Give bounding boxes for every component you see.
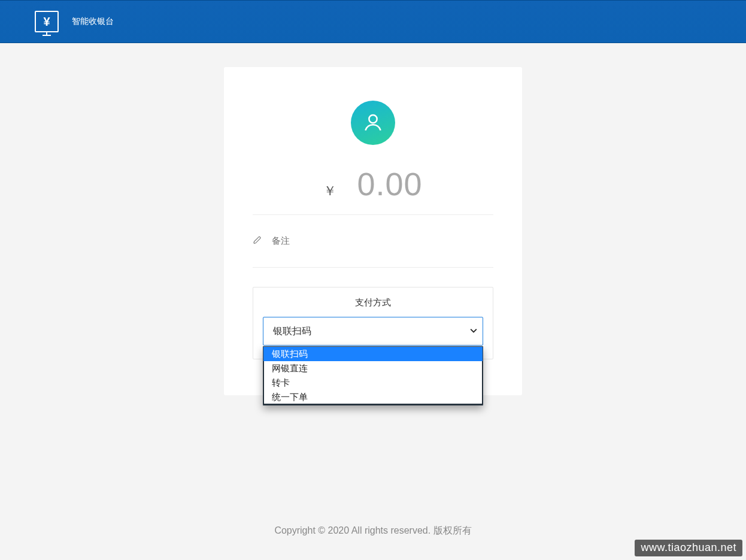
note-label: 备注 (272, 235, 290, 247)
payment-method-box: 支付方式 银联扫码 银联扫码 网银直连 转卡 统一下单 (253, 287, 493, 359)
payment-method-selected: 银联扫码 (273, 325, 311, 338)
logo-icon: ¥ (35, 11, 59, 32)
avatar-icon (351, 101, 395, 145)
amount-value[interactable]: 0.00 (357, 165, 422, 202)
svg-point-0 (369, 115, 377, 123)
app-header: ¥ 智能收银台 (0, 0, 746, 43)
note-row[interactable]: 备注 (253, 215, 493, 268)
currency-symbol: ￥ (323, 182, 336, 200)
footer-copyright: Copyright © 2020 All rights reserved. 版权… (0, 525, 746, 537)
payment-option[interactable]: 网银直连 (263, 361, 483, 376)
app-title: 智能收银台 (72, 16, 114, 27)
logo-currency-symbol: ¥ (43, 16, 50, 28)
payment-option[interactable]: 转卡 (263, 376, 483, 390)
payment-method-dropdown: 银联扫码 网银直连 转卡 统一下单 (263, 346, 483, 405)
payment-method-select[interactable]: 银联扫码 (263, 317, 483, 346)
edit-icon (253, 235, 262, 247)
payment-option[interactable]: 统一下单 (263, 390, 483, 404)
payment-option[interactable]: 银联扫码 (263, 347, 483, 361)
checkout-card: ￥ 0.00 备注 支付方式 银联扫码 银联扫码 网银直连 转卡 统一下单 (224, 67, 522, 395)
watermark: www.tiaozhuan.net (635, 540, 742, 556)
payment-method-title: 支付方式 (263, 297, 483, 308)
amount-row: ￥ 0.00 (253, 165, 493, 215)
